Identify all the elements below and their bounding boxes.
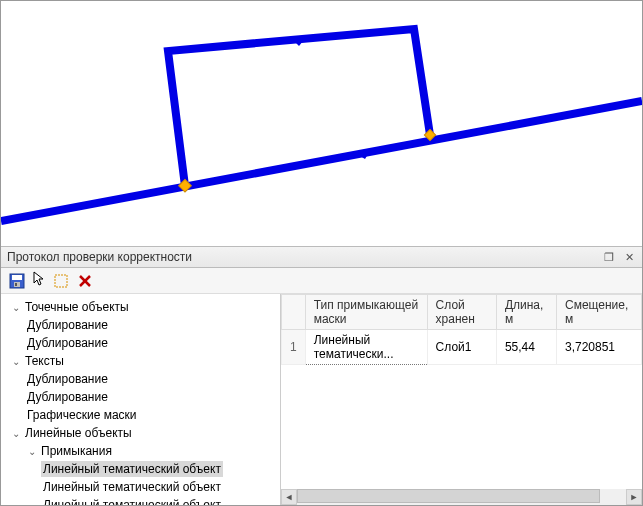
col-offset[interactable]: Смещение, м <box>556 295 641 330</box>
chevron-down-icon[interactable]: ⌄ <box>9 302 23 313</box>
tree-node-points[interactable]: ⌄ Точечные объекты <box>3 298 278 316</box>
svg-rect-6 <box>12 275 22 280</box>
table-row[interactable]: 1 Линейный тематически... Слой1 55,44 3,… <box>282 330 642 365</box>
toolbar <box>1 268 642 294</box>
svg-rect-9 <box>55 275 67 287</box>
chevron-down-icon[interactable]: ⌄ <box>25 446 39 457</box>
drawing-canvas[interactable] <box>1 1 642 246</box>
scroll-thumb[interactable] <box>297 489 600 503</box>
close-panel-icon[interactable]: ✕ <box>622 250 636 264</box>
panel-title: Протокол проверки корректности <box>7 250 192 264</box>
cursor-icon <box>33 271 47 290</box>
tree-node-linear-obj-1[interactable]: Линейный тематический объект <box>3 460 278 478</box>
svg-line-0 <box>1 101 642 221</box>
tree-node-texts-dup2[interactable]: Дублирование <box>3 388 278 406</box>
svg-rect-8 <box>15 283 17 286</box>
chevron-down-icon[interactable]: ⌄ <box>9 428 23 439</box>
col-length[interactable]: Длина, м <box>496 295 556 330</box>
panel-header: Протокол проверки корректности ❐ ✕ <box>1 246 642 268</box>
save-button[interactable] <box>7 271 27 291</box>
tree-node-points-dup2[interactable]: Дублирование <box>3 334 278 352</box>
detail-pane: Тип примыкающей маски Слой хранен Длина,… <box>281 294 642 505</box>
col-rownum[interactable] <box>282 295 306 330</box>
col-mask[interactable]: Тип примыкающей маски <box>305 295 427 330</box>
scroll-left-icon[interactable]: ◄ <box>281 489 297 505</box>
delete-button[interactable] <box>75 271 95 291</box>
tree-node-texts-dup1[interactable]: Дублирование <box>3 370 278 388</box>
tree-node-texts[interactable]: ⌄ Тексты <box>3 352 278 370</box>
tree-view[interactable]: ⌄ Точечные объекты Дублирование Дублиров… <box>1 294 281 505</box>
tree-node-points-dup1[interactable]: Дублирование <box>3 316 278 334</box>
select-rect-button[interactable] <box>51 271 71 291</box>
tree-node-graphic-masks[interactable]: Графические маски <box>3 406 278 424</box>
tree-node-linear[interactable]: ⌄ Линейные объекты <box>3 424 278 442</box>
dock-icon[interactable]: ❐ <box>602 250 616 264</box>
tree-node-linear-obj-2[interactable]: Линейный тематический объект <box>3 478 278 496</box>
tree-node-adjacency[interactable]: ⌄ Примыкания <box>3 442 278 460</box>
detail-table[interactable]: Тип примыкающей маски Слой хранен Длина,… <box>281 294 642 365</box>
horizontal-scrollbar[interactable]: ◄ ► <box>281 489 642 505</box>
col-layer[interactable]: Слой хранен <box>427 295 496 330</box>
chevron-down-icon[interactable]: ⌄ <box>9 356 23 367</box>
tree-node-linear-obj-3[interactable]: Линейный тематический объект <box>3 496 278 505</box>
scroll-track[interactable] <box>297 489 626 505</box>
scroll-right-icon[interactable]: ► <box>626 489 642 505</box>
